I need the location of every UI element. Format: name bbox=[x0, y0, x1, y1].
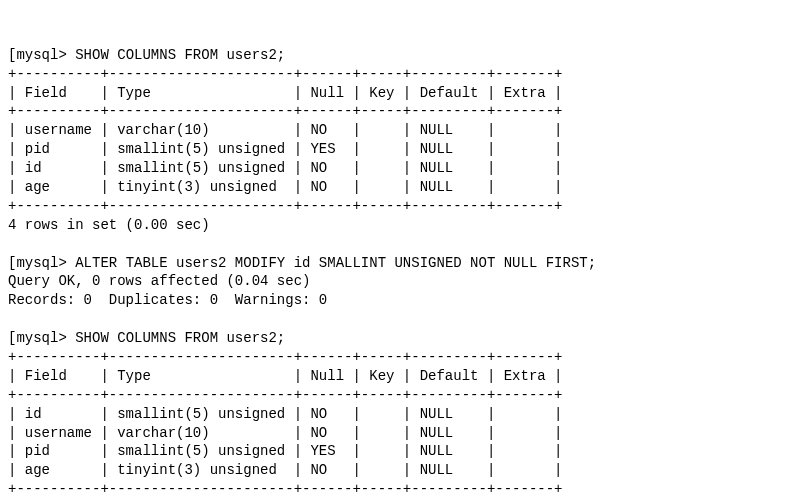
mysql-prompt: [mysql> bbox=[8, 255, 75, 271]
query-result: Records: 0 Duplicates: 0 Warnings: 0 bbox=[8, 292, 327, 308]
table-border: +----------+----------------------+-----… bbox=[8, 198, 563, 214]
query-footer: 4 rows in set (0.00 sec) bbox=[8, 217, 210, 233]
table-border: +----------+----------------------+-----… bbox=[8, 387, 563, 403]
table-row: | id | smallint(5) unsigned | NO | | NUL… bbox=[8, 160, 563, 176]
table-row: | age | tinyint(3) unsigned | NO | | NUL… bbox=[8, 462, 563, 478]
table-border: +----------+----------------------+-----… bbox=[8, 66, 563, 82]
table-row: | username | varchar(10) | NO | | NULL |… bbox=[8, 122, 563, 138]
terminal-output: [mysql> SHOW COLUMNS FROM users2; +-----… bbox=[8, 46, 798, 500]
table-border: +----------+----------------------+-----… bbox=[8, 481, 563, 497]
sql-command-show-columns-1: SHOW COLUMNS FROM users2; bbox=[75, 47, 285, 63]
table-border: +----------+----------------------+-----… bbox=[8, 349, 563, 365]
table-border: +----------+----------------------+-----… bbox=[8, 103, 563, 119]
mysql-prompt: [mysql> bbox=[8, 330, 75, 346]
sql-command-show-columns-2: SHOW COLUMNS FROM users2; bbox=[75, 330, 285, 346]
mysql-prompt: [mysql> bbox=[8, 47, 75, 63]
table-row: | age | tinyint(3) unsigned | NO | | NUL… bbox=[8, 179, 563, 195]
table-row: | pid | smallint(5) unsigned | YES | | N… bbox=[8, 141, 563, 157]
table-header: | Field | Type | Null | Key | Default | … bbox=[8, 85, 563, 101]
table-row: | id | smallint(5) unsigned | NO | | NUL… bbox=[8, 406, 563, 422]
table-row: | pid | smallint(5) unsigned | YES | | N… bbox=[8, 443, 563, 459]
table-row: | username | varchar(10) | NO | | NULL |… bbox=[8, 425, 563, 441]
table-header: | Field | Type | Null | Key | Default | … bbox=[8, 368, 563, 384]
sql-command-alter-table: ALTER TABLE users2 MODIFY id SMALLINT UN… bbox=[75, 255, 596, 271]
query-result: Query OK, 0 rows affected (0.04 sec) bbox=[8, 273, 310, 289]
